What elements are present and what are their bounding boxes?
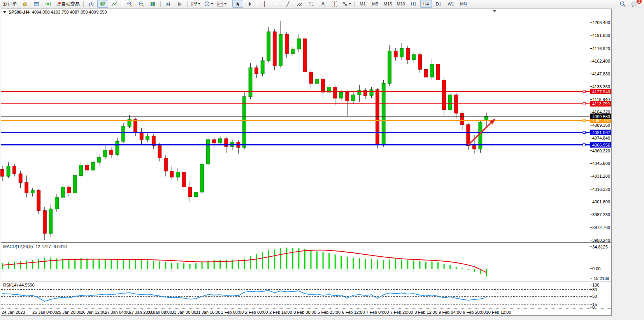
gold-stack-icon [22,2,28,7]
macd-indicator-label: MACD(12,26,9) -12.4727 -6.0318 [3,244,67,249]
channel-tool-button[interactable]: E [294,0,305,8]
candlestick-chart-button[interactable] [97,0,108,8]
indicators-icon [191,2,197,7]
dropdown-caret-icon [349,3,351,5]
chart-ohlc-readout: 4094.050 4103.750 4087.050 4099.550 [32,10,107,14]
chart-title: SP500-,H4 4094.050 4103.750 4087.050 409… [3,10,107,14]
trendline-icon: ╱ [286,2,289,6]
text-tool-button[interactable]: A [318,0,328,8]
candlestick-icon [100,2,105,7]
rsi-indicator-label: RSI(14) 44.5500 [3,283,35,287]
tile-windows-icon [150,2,156,7]
separator [187,1,188,7]
auto-scroll-icon [165,2,171,7]
cursor-button[interactable] [232,0,243,8]
new-order-label: 新订单 [3,1,17,7]
vline-icon: │ [263,2,266,6]
tile-windows-button[interactable] [147,0,158,8]
market-watch-icon [34,2,40,7]
vline-tool-button[interactable]: │ [259,0,270,8]
periods-button[interactable] [203,0,215,8]
tf-M30[interactable]: M30 [395,0,407,8]
crosshair-icon [247,2,252,7]
separator [257,1,257,7]
zoom-out-icon [139,1,144,7]
new-order-button[interactable]: 新订单 [2,0,19,8]
hline-icon: ─ [275,2,278,6]
tf-MN[interactable]: MN [458,0,469,8]
separator [230,1,230,7]
label-tool-button[interactable]: T [329,0,340,8]
zoom-in-icon [127,1,132,7]
line-chart-icon [112,2,117,7]
dropdown-caret-icon [198,3,200,5]
search-icon [619,1,626,7]
chart-area[interactable] [1,9,612,316]
zoom-in-button[interactable] [124,0,135,8]
cursor-icon [235,2,240,7]
tf-H1[interactable]: H1 [408,0,419,8]
dropdown-caret-icon [224,3,226,5]
line-chart-button[interactable] [109,0,120,8]
arrows-tool-button[interactable] [341,0,353,8]
crosshair-button[interactable] [244,0,255,8]
main-toolbar: 新订单 自动交易 [0,0,644,8]
tf-H4[interactable]: H4 [420,0,432,8]
auto-trading-label: 自动交易 [61,1,80,7]
auto-trading-icon [56,2,61,7]
chart-shift-button[interactable] [174,0,185,8]
templates-button[interactable] [216,0,228,8]
indicators-button[interactable] [190,0,202,8]
trendline-tool-button[interactable]: ╱ [283,0,293,8]
chart-symbol-period: SP500-,H4 [9,10,30,14]
hline-tool-button[interactable]: ─ [271,0,282,8]
tf-D1[interactable]: D1 [433,0,444,8]
bar-chart-button[interactable] [86,0,97,8]
svg-text:E: E [300,4,302,7]
label-tool-icon: T [332,1,337,7]
chart-shift-icon [177,2,182,7]
separator [354,1,355,7]
auto-trading-button[interactable]: 自动交易 [54,0,81,8]
tf-M15[interactable]: M15 [382,0,394,8]
bar-chart-icon [88,2,94,7]
svg-text:F: F [312,4,314,7]
channel-icon: E [297,2,302,7]
market-watch-button[interactable] [31,0,42,8]
notification-badge: 1 [637,0,642,4]
tf-W1[interactable]: W1 [445,0,457,8]
fibonacci-icon: F [309,2,314,7]
dropdown-caret-icon [211,3,213,5]
separator [122,1,122,7]
signals-icon [46,2,51,7]
fibonacci-tool-button[interactable]: F [306,0,317,8]
search-button[interactable] [617,0,628,8]
clock-icon [204,1,210,7]
auto-scroll-button[interactable] [163,0,174,8]
tf-M1[interactable]: M1 [357,0,369,8]
timeframe-group: M1M5M15M30H1H4D1W1MN [356,0,470,8]
collapse-triangle-icon[interactable] [3,11,6,13]
signals-button[interactable] [43,0,54,8]
arrows-icon [342,2,347,7]
chart-window-icon[interactable] [19,0,30,8]
tf-M5[interactable]: M5 [369,0,381,8]
text-tool-icon: A [321,2,325,6]
notifications-button[interactable]: 1 [629,0,640,8]
zoom-out-button[interactable] [136,0,147,8]
separator [160,1,161,7]
templates-icon [217,2,223,7]
separator [83,1,84,7]
